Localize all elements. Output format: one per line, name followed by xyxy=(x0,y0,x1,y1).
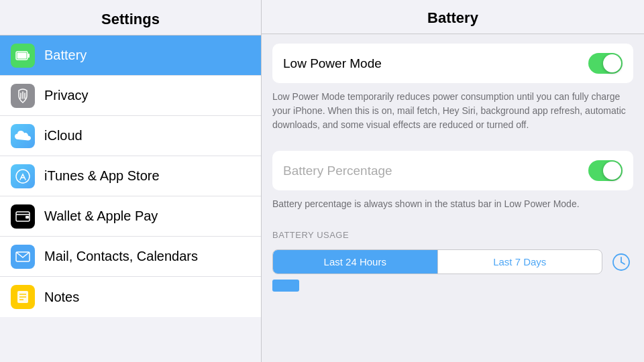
notes-icon xyxy=(11,285,35,309)
mail-svg-icon xyxy=(15,251,30,262)
tab-row: Last 24 Hours Last 7 Days xyxy=(272,249,633,274)
battery-pct-description-block: Battery percentage is always shown in th… xyxy=(262,190,644,221)
sidebar-header: Settings xyxy=(0,0,261,36)
battery-percentage-toggle[interactable] xyxy=(588,160,623,181)
privacy-icon xyxy=(11,84,35,108)
sidebar: Settings Battery xyxy=(0,0,262,362)
sidebar-item-battery-label: Battery xyxy=(44,48,87,63)
tab-24h[interactable]: Last 24 Hours xyxy=(273,250,437,274)
sidebar-item-mail[interactable]: Mail, Contacts, Calendars xyxy=(0,237,261,277)
battery-percentage-row: Battery Percentage xyxy=(272,151,633,190)
time-period-tabs: Last 24 Hours Last 7 Days xyxy=(272,249,602,274)
appstore-svg-icon xyxy=(15,169,30,184)
low-power-description-block: Low Power Mode temporarily reduces power… xyxy=(262,83,644,141)
appstore-icon xyxy=(11,164,35,188)
sidebar-item-privacy-label: Privacy xyxy=(44,88,89,103)
battery-svg-icon xyxy=(15,51,30,60)
privacy-svg-icon xyxy=(16,88,30,104)
sidebar-item-notes[interactable]: Notes xyxy=(0,277,261,317)
sidebar-item-icloud-label: iCloud xyxy=(44,128,83,143)
sidebar-item-appstore-label: iTunes & App Store xyxy=(44,168,160,184)
sidebar-item-mail-label: Mail, Contacts, Calendars xyxy=(44,249,198,264)
sidebar-item-wallet-label: Wallet & Apple Pay xyxy=(44,208,158,224)
detail-header: Battery xyxy=(262,0,644,34)
usage-bar-partial xyxy=(272,280,633,292)
battery-percentage-card: Battery Percentage xyxy=(272,151,633,190)
tab-7d[interactable]: Last 7 Days xyxy=(438,250,602,274)
detail-title: Battery xyxy=(427,9,478,26)
svg-rect-2 xyxy=(17,52,27,58)
detail-content: Low Power Mode Low Power Mode temporaril… xyxy=(262,34,644,362)
low-power-mode-card: Low Power Mode xyxy=(272,44,633,83)
sidebar-items-list: Battery Privacy iClou xyxy=(0,36,261,362)
usage-bar-blue-snippet xyxy=(272,280,299,292)
sidebar-item-battery[interactable]: Battery xyxy=(0,36,261,76)
svg-point-3 xyxy=(16,170,30,183)
battery-pct-description: Battery percentage is always shown in th… xyxy=(272,197,633,211)
sidebar-item-privacy[interactable]: Privacy xyxy=(0,76,261,116)
sidebar-item-notes-label: Notes xyxy=(44,290,79,305)
sidebar-item-appstore[interactable]: iTunes & App Store xyxy=(0,156,261,196)
low-power-mode-label: Low Power Mode xyxy=(283,56,382,71)
mail-icon xyxy=(11,245,35,269)
low-power-mode-row: Low Power Mode xyxy=(272,44,633,83)
svg-rect-1 xyxy=(28,54,30,58)
toggle-knob xyxy=(603,54,621,72)
clock-svg-icon xyxy=(612,253,631,272)
battery-pct-toggle-knob xyxy=(603,162,621,180)
wallet-icon xyxy=(11,204,35,229)
svg-line-14 xyxy=(621,262,625,264)
wallet-svg-icon xyxy=(15,211,30,222)
low-power-mode-toggle[interactable] xyxy=(588,53,623,74)
battery-icon xyxy=(11,44,35,68)
detail-panel: Battery Low Power Mode Low Power Mode te… xyxy=(262,0,644,362)
sidebar-item-wallet[interactable]: Wallet & Apple Pay xyxy=(0,196,261,237)
sidebar-item-icloud[interactable]: iCloud xyxy=(0,116,261,156)
icloud-icon xyxy=(11,124,35,148)
low-power-description: Low Power Mode temporarily reduces power… xyxy=(272,90,633,132)
battery-percentage-label: Battery Percentage xyxy=(283,164,392,178)
svg-rect-6 xyxy=(25,216,29,219)
clock-icon[interactable] xyxy=(609,250,633,274)
notes-svg-icon xyxy=(16,290,30,304)
sidebar-title: Settings xyxy=(101,11,160,27)
icloud-svg-icon xyxy=(14,130,32,142)
battery-usage-section-label: BATTERY USAGE xyxy=(262,221,644,244)
